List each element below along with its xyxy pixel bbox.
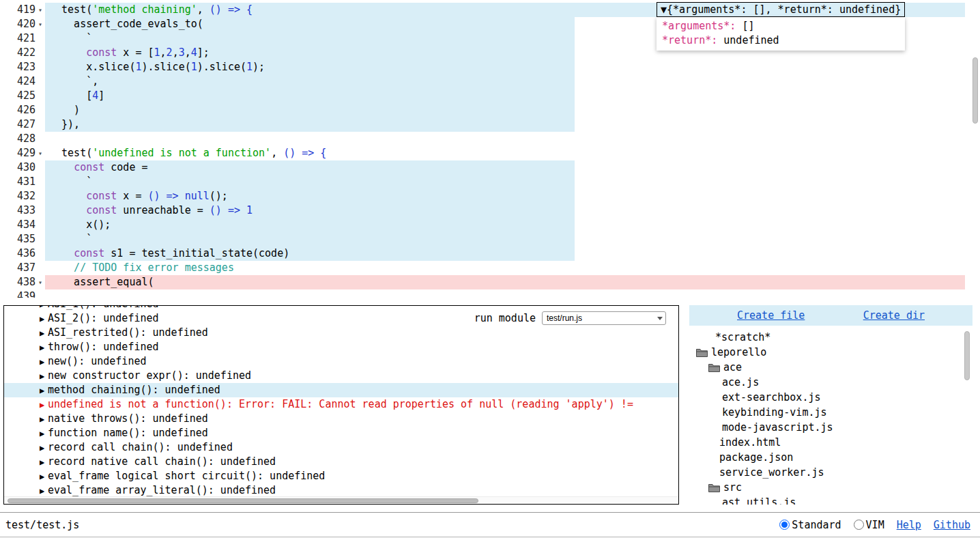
keybinding-standard-option[interactable]: Standard bbox=[779, 519, 841, 531]
code-text[interactable]: ` bbox=[49, 31, 92, 46]
tooltip-row: *return*: undefined bbox=[662, 33, 899, 48]
test-result-row[interactable]: ▶eval_frame array_literal(): undefined bbox=[4, 483, 678, 498]
help-link[interactable]: Help bbox=[897, 519, 921, 531]
results-horizontal-scrollbar[interactable] bbox=[4, 496, 678, 504]
fold-spacer bbox=[35, 132, 45, 146]
expand-icon[interactable]: ▶ bbox=[40, 369, 48, 384]
tree-item[interactable]: ace.js bbox=[689, 375, 972, 390]
gutter: 427 bbox=[0, 117, 45, 132]
standard-radio[interactable] bbox=[779, 520, 790, 530]
line-number: 433 bbox=[0, 203, 35, 218]
code-text[interactable]: test('undefined is not a function', () =… bbox=[49, 146, 326, 160]
tree-item[interactable]: *scratch* bbox=[689, 330, 972, 345]
code-line-425: 425 [4] bbox=[0, 89, 980, 103]
code-text[interactable]: const x = () => null(); bbox=[49, 189, 228, 203]
test-result-row[interactable]: ▶new(): undefined bbox=[4, 354, 678, 369]
code-text[interactable]: test('method chaining', () => { bbox=[49, 3, 253, 17]
expand-icon[interactable]: ▶ bbox=[40, 312, 48, 326]
run-module-control: run module test/run.js bbox=[474, 311, 666, 325]
code-text[interactable]: const unreachable = () => 1 bbox=[49, 203, 253, 218]
editor-scrollbar[interactable] bbox=[972, 0, 979, 298]
test-result-text: new(): undefined bbox=[48, 355, 147, 367]
expand-icon[interactable]: ▶ bbox=[40, 455, 48, 470]
execution-highlight bbox=[45, 232, 575, 246]
test-result-row[interactable]: ▶eval_frame logical short circuit(): und… bbox=[4, 469, 678, 483]
test-result-row[interactable]: ▶ASI_1(): undefined bbox=[4, 305, 678, 311]
fold-spacer bbox=[35, 74, 45, 89]
expand-icon[interactable]: ▶ bbox=[40, 326, 48, 341]
line-number: 420 bbox=[0, 17, 35, 31]
code-text[interactable]: const code = bbox=[49, 160, 148, 175]
tree-item[interactable]: ext-searchbox.js bbox=[689, 390, 972, 405]
code-text[interactable]: ` bbox=[49, 232, 92, 246]
code-text[interactable]: const s1 = test_initial_state(code) bbox=[49, 246, 289, 261]
code-text[interactable]: ` bbox=[49, 175, 92, 189]
execution-highlight bbox=[45, 103, 575, 117]
file-name: index.html bbox=[719, 436, 781, 449]
line-number: 419 bbox=[0, 3, 35, 17]
tooltip-header[interactable]: ▼{*arguments*: [], *return*: undefined} bbox=[657, 2, 905, 17]
execution-highlight bbox=[45, 175, 575, 189]
fold-spacer bbox=[35, 232, 45, 246]
line-number: 428 bbox=[0, 132, 35, 146]
test-result-row[interactable]: ▶record native call chain(): undefined bbox=[4, 455, 678, 469]
expand-icon[interactable]: ▶ bbox=[40, 341, 48, 355]
create-file-link[interactable]: Create file bbox=[737, 309, 805, 322]
expand-icon[interactable]: ▶ bbox=[40, 355, 48, 369]
tooltip-value: undefined bbox=[717, 34, 779, 46]
test-result-row[interactable]: ▶record call chain(): undefined bbox=[4, 440, 678, 455]
tree-item[interactable]: ast_utils.js bbox=[689, 495, 972, 505]
code-text[interactable]: assert_code_evals_to( bbox=[49, 17, 203, 31]
scrollbar-thumb[interactable] bbox=[964, 331, 970, 380]
tree-item[interactable]: src bbox=[689, 480, 972, 495]
fold-marker-icon[interactable]: ▾ bbox=[35, 17, 45, 31]
keybinding-vim-option[interactable]: VIM bbox=[854, 519, 884, 531]
file-name: package.json bbox=[719, 451, 793, 464]
create-dir-link[interactable]: Create dir bbox=[863, 309, 925, 322]
test-result-row[interactable]: ▶throw(): undefined bbox=[4, 340, 678, 354]
test-result-row[interactable]: ▶native throws(): undefined bbox=[4, 412, 678, 426]
tree-item[interactable]: service_worker.js bbox=[689, 465, 972, 480]
module-select[interactable]: test/run.js bbox=[542, 311, 666, 325]
github-link[interactable]: Github bbox=[934, 519, 970, 531]
expand-icon[interactable]: ▶ bbox=[40, 427, 48, 441]
fold-marker-icon[interactable]: ▾ bbox=[35, 3, 45, 17]
line-number: 421 bbox=[0, 31, 35, 46]
scrollbar-thumb[interactable] bbox=[972, 57, 978, 124]
tree-item[interactable]: package.json bbox=[689, 450, 972, 465]
expand-icon[interactable]: ▶ bbox=[40, 470, 48, 484]
tree-item[interactable]: keybinding-vim.js bbox=[689, 405, 972, 420]
code-text[interactable]: }), bbox=[49, 117, 80, 132]
test-result-row[interactable]: ▶method chaining(): undefined bbox=[4, 383, 678, 397]
code-text[interactable]: ) bbox=[49, 103, 80, 117]
files-scrollbar[interactable] bbox=[964, 331, 971, 505]
code-text[interactable]: `, bbox=[49, 74, 98, 89]
code-text[interactable]: x.slice(1).slice(1).slice(1); bbox=[49, 60, 265, 74]
gutter: 423 bbox=[0, 60, 45, 74]
tree-item[interactable]: index.html bbox=[689, 435, 972, 450]
current-file-path: test/test.js bbox=[5, 519, 79, 531]
code-text[interactable]: const x = [1,2,3,4]; bbox=[49, 46, 210, 60]
tree-item[interactable]: ace bbox=[689, 360, 972, 375]
line-number: 430 bbox=[0, 160, 35, 175]
scrollbar-thumb[interactable] bbox=[8, 498, 478, 503]
test-result-row[interactable]: ▶new constructor expr(): undefined bbox=[4, 369, 678, 383]
code-text[interactable]: // TODO fix error messages bbox=[49, 261, 234, 275]
test-result-row[interactable]: ▶ASI_restrited(): undefined bbox=[4, 326, 678, 340]
code-text[interactable]: x(); bbox=[49, 218, 111, 232]
expand-icon[interactable]: ▶ bbox=[40, 384, 48, 398]
test-result-row[interactable]: ▶undefined is not a function(): Error: F… bbox=[4, 397, 678, 412]
expand-icon[interactable]: ▶ bbox=[40, 398, 48, 412]
vim-radio[interactable] bbox=[854, 520, 864, 530]
tree-item[interactable]: leporello bbox=[689, 345, 972, 360]
gutter: 425 bbox=[0, 89, 45, 103]
test-result-row[interactable]: ▶function name(): undefined bbox=[4, 426, 678, 440]
expand-icon[interactable]: ▶ bbox=[40, 441, 48, 455]
code-text[interactable]: [4] bbox=[49, 89, 104, 103]
code-text[interactable]: assert_equal( bbox=[49, 275, 154, 289]
tree-item[interactable]: mode-javascript.js bbox=[689, 420, 972, 435]
fold-marker-icon[interactable]: ▾ bbox=[35, 146, 45, 160]
test-result-list: ▶ASI_1(): undefined▶ASI_2(): undefined▶A… bbox=[4, 305, 678, 498]
expand-icon[interactable]: ▶ bbox=[40, 412, 48, 427]
fold-marker-icon[interactable]: ▾ bbox=[35, 275, 45, 289]
